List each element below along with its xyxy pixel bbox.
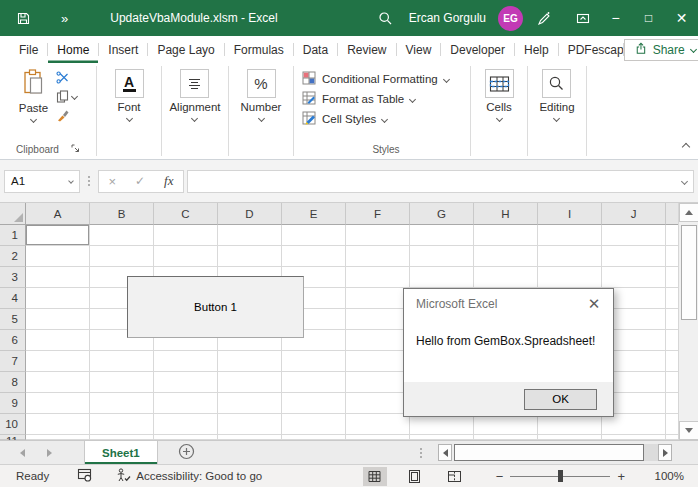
cut-button[interactable]	[56, 71, 69, 84]
cell-A10[interactable]	[26, 414, 90, 435]
number-group-button[interactable]: % Number	[241, 69, 282, 121]
cell-E11[interactable]	[282, 435, 346, 440]
cell-H1[interactable]	[474, 225, 538, 246]
column-header-g[interactable]: G	[410, 203, 474, 225]
cell-F7[interactable]	[346, 351, 410, 372]
row-header-6[interactable]: 6	[0, 330, 26, 351]
normal-view-button[interactable]	[363, 467, 387, 486]
tab-insert[interactable]: Insert	[99, 36, 147, 63]
cell-G10[interactable]	[410, 414, 474, 435]
inking-pen-icon[interactable]	[535, 10, 552, 27]
cell-B2[interactable]	[90, 246, 154, 267]
cell-J11[interactable]	[602, 435, 666, 440]
zoom-out-button[interactable]: −	[489, 469, 511, 484]
column-header-d[interactable]: D	[218, 203, 282, 225]
next-sheet-icon[interactable]	[47, 449, 52, 457]
column-header-c[interactable]: C	[154, 203, 218, 225]
tab-page-layo[interactable]: Page Layo	[148, 36, 223, 63]
cell-I11[interactable]	[538, 435, 602, 440]
cell-partial-6[interactable]	[666, 330, 678, 351]
cell-partial-2[interactable]	[666, 246, 678, 267]
share-button[interactable]: Share	[624, 39, 698, 61]
editing-group-button[interactable]: Editing	[539, 69, 574, 121]
cell-E7[interactable]	[282, 351, 346, 372]
cell-H2[interactable]	[474, 246, 538, 267]
cell-J10[interactable]	[602, 414, 666, 435]
collapse-ribbon-icon[interactable]	[683, 139, 689, 153]
cell-A4[interactable]	[26, 288, 90, 309]
cell-C8[interactable]	[154, 372, 218, 393]
insert-function-icon[interactable]: fx	[164, 173, 173, 189]
ribbon-display-options-icon[interactable]	[566, 0, 599, 36]
tab-help[interactable]: Help	[515, 36, 558, 63]
cell-B1[interactable]	[90, 225, 154, 246]
dialog-close-icon[interactable]: ✕	[575, 289, 613, 319]
cell-A1[interactable]	[26, 225, 90, 246]
cell-A9[interactable]	[26, 393, 90, 414]
cell-H10[interactable]	[474, 414, 538, 435]
cell-B7[interactable]	[90, 351, 154, 372]
cell-E1[interactable]	[282, 225, 346, 246]
cell-H3[interactable]	[474, 267, 538, 288]
cell-A5[interactable]	[26, 309, 90, 330]
cell-I2[interactable]	[538, 246, 602, 267]
cell-A2[interactable]	[26, 246, 90, 267]
minimize-button[interactable]: −	[599, 0, 632, 36]
row-header-1[interactable]: 1	[0, 225, 26, 246]
cell-D1[interactable]	[218, 225, 282, 246]
cell-partial-7[interactable]	[666, 351, 678, 372]
cell-A6[interactable]	[26, 330, 90, 351]
row-header-7[interactable]: 7	[0, 351, 26, 372]
cell-C1[interactable]	[154, 225, 218, 246]
alignment-group-button[interactable]: Alignment	[169, 69, 220, 121]
tab-home[interactable]: Home	[48, 36, 98, 63]
cell-J3[interactable]	[602, 267, 666, 288]
cell-F2[interactable]	[346, 246, 410, 267]
cell-A3[interactable]	[26, 267, 90, 288]
cell-D9[interactable]	[218, 393, 282, 414]
cell-J1[interactable]	[602, 225, 666, 246]
cell-B9[interactable]	[90, 393, 154, 414]
accessibility-status[interactable]: Accessibility: Good to go	[116, 468, 262, 484]
cell-F10[interactable]	[346, 414, 410, 435]
tab-view[interactable]: View	[397, 36, 441, 63]
cell-F5[interactable]	[346, 309, 410, 330]
format-painter-button[interactable]	[56, 109, 69, 122]
new-sheet-icon[interactable]	[178, 443, 195, 463]
column-header-f[interactable]: F	[346, 203, 410, 225]
column-header-i[interactable]: I	[538, 203, 602, 225]
cell-D11[interactable]	[218, 435, 282, 440]
cell-F9[interactable]	[346, 393, 410, 414]
row-header-9[interactable]: 9	[0, 393, 26, 414]
row-header-11[interactable]: 11	[0, 435, 26, 440]
conditional-formatting-button[interactable]: Conditional Formatting	[302, 69, 449, 89]
cell-J2[interactable]	[602, 246, 666, 267]
cell-partial-5[interactable]	[666, 309, 678, 330]
cell-D2[interactable]	[218, 246, 282, 267]
cell-C11[interactable]	[154, 435, 218, 440]
cell-F4[interactable]	[346, 288, 410, 309]
avatar[interactable]: EG	[498, 6, 523, 31]
cell-F11[interactable]	[346, 435, 410, 440]
confirm-entry-icon[interactable]: ✓	[135, 174, 145, 188]
cell-E10[interactable]	[282, 414, 346, 435]
worksheet-button1[interactable]: Button 1	[127, 276, 304, 338]
horizontal-scroll-thumb[interactable]	[454, 444, 644, 461]
tab-file[interactable]: File	[10, 36, 47, 63]
page-break-preview-button[interactable]	[443, 467, 467, 486]
zoom-level[interactable]: 100%	[648, 470, 684, 482]
cell-F3[interactable]	[346, 267, 410, 288]
cell-G11[interactable]	[410, 435, 474, 440]
scroll-down-button[interactable]	[679, 421, 698, 440]
select-all-corner[interactable]	[0, 203, 26, 225]
zoom-slider[interactable]	[510, 469, 610, 483]
format-as-table-button[interactable]: Format as Table	[302, 89, 415, 109]
tab-review[interactable]: Review	[338, 36, 395, 63]
font-group-button[interactable]: A Font	[115, 69, 144, 121]
cell-I1[interactable]	[538, 225, 602, 246]
row-header-10[interactable]: 10	[0, 414, 26, 435]
close-button[interactable]: ✕	[665, 0, 698, 36]
column-header-h[interactable]: H	[474, 203, 538, 225]
formula-input[interactable]	[187, 170, 694, 193]
row-header-3[interactable]: 3	[0, 267, 26, 288]
